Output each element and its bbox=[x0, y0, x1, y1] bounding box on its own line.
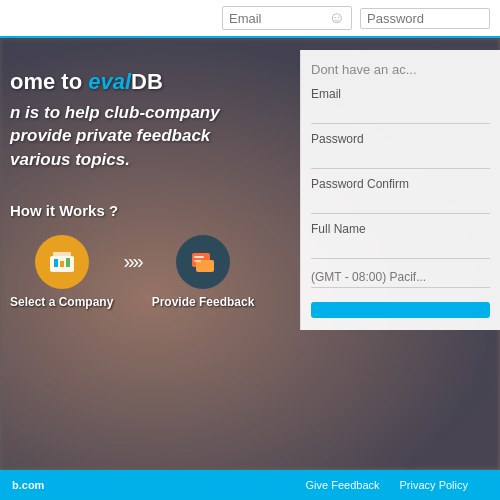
nav-password-input[interactable] bbox=[367, 11, 483, 26]
step1-icon bbox=[35, 235, 89, 289]
welcome-prefix: ome to bbox=[10, 69, 88, 94]
top-navigation: ☺ bbox=[0, 0, 500, 38]
steps-container: Select a Company »» Provide Feedback bbox=[10, 235, 350, 309]
bottom-bar: b.com Give Feedback Privacy Policy bbox=[0, 470, 500, 500]
signup-password-confirm-label: Password Confirm bbox=[311, 177, 490, 191]
nav-email-wrap[interactable]: ☺ bbox=[222, 6, 352, 30]
signup-panel: Dont have an ac... Email Password Passwo… bbox=[300, 50, 500, 330]
signup-password-confirm-input[interactable] bbox=[311, 193, 490, 214]
bottom-logo: b.com bbox=[12, 479, 44, 491]
signup-fullname-input[interactable] bbox=[311, 238, 490, 259]
svg-rect-1 bbox=[53, 252, 71, 256]
step-arrow: »» bbox=[123, 250, 141, 273]
signup-password-label: Password bbox=[311, 132, 490, 146]
svg-rect-8 bbox=[194, 260, 201, 262]
signup-fullname-field[interactable]: Full Name bbox=[311, 222, 490, 259]
brand-db: DB bbox=[131, 69, 163, 94]
svg-rect-7 bbox=[194, 256, 204, 258]
panel-title: Dont have an ac... bbox=[311, 62, 490, 77]
step2-icon bbox=[176, 235, 230, 289]
desc-line2: provide private feedback bbox=[10, 124, 350, 148]
svg-rect-3 bbox=[60, 261, 64, 267]
signup-password-input[interactable] bbox=[311, 148, 490, 169]
nav-email-input[interactable] bbox=[229, 11, 325, 26]
hero-description: n is to help club-company provide privat… bbox=[10, 101, 350, 172]
give-feedback-link[interactable]: Give Feedback bbox=[306, 479, 380, 491]
svg-rect-2 bbox=[54, 259, 58, 267]
signup-email-field[interactable]: Email bbox=[311, 87, 490, 124]
hero-title: ome to evalDB bbox=[10, 68, 350, 97]
signup-email-input[interactable] bbox=[311, 103, 490, 124]
user-icon: ☺ bbox=[329, 9, 345, 27]
hero-content: ome to evalDB n is to help club-company … bbox=[10, 68, 350, 309]
signup-password-field[interactable]: Password bbox=[311, 132, 490, 169]
signup-timezone-input[interactable] bbox=[311, 267, 490, 288]
signup-email-label: Email bbox=[311, 87, 490, 101]
privacy-policy-link[interactable]: Privacy Policy bbox=[400, 479, 468, 491]
step-1: Select a Company bbox=[10, 235, 113, 309]
svg-rect-4 bbox=[66, 258, 70, 267]
signup-password-confirm-field[interactable]: Password Confirm bbox=[311, 177, 490, 214]
how-it-works-label: How it Works ? bbox=[10, 202, 350, 219]
brand-eval: eval bbox=[88, 69, 131, 94]
signup-timezone-field[interactable] bbox=[311, 267, 490, 288]
step-2: Provide Feedback bbox=[152, 235, 255, 309]
nav-password-wrap[interactable] bbox=[360, 8, 490, 29]
signup-fullname-label: Full Name bbox=[311, 222, 490, 236]
step1-label: Select a Company bbox=[10, 295, 113, 309]
signup-button[interactable] bbox=[311, 302, 490, 318]
desc-line3: various topics. bbox=[10, 148, 350, 172]
desc-line1: n is to help club-company bbox=[10, 101, 350, 125]
step2-label: Provide Feedback bbox=[152, 295, 255, 309]
